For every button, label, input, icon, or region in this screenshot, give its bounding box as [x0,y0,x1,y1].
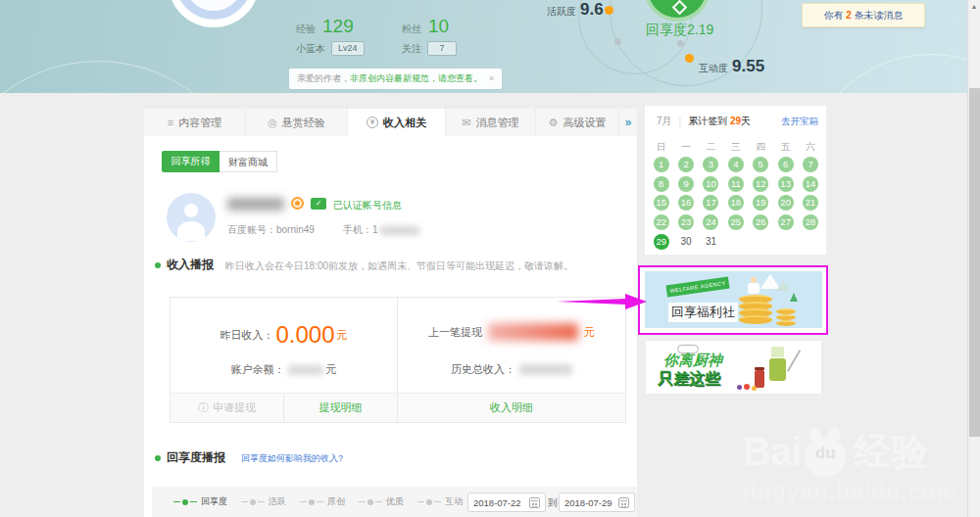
calendar-day[interactable]: 27 [778,214,794,230]
calendar-day[interactable]: 6 [778,157,794,172]
stat-fans: 粉丝 10 [402,16,449,37]
weekday-label: 六 [806,141,815,154]
calendar-day[interactable]: 1 [654,157,669,172]
tab-income[interactable]: ¥ 收入相关 [348,109,446,136]
balance-label: 账户余额： [231,362,285,377]
following-badge[interactable]: 7 [427,41,457,56]
calendar-day[interactable]: 26 [753,214,768,230]
legend-label: 回享度 [201,495,227,508]
weekday-label: 四 [757,141,766,154]
more-tabs-chevron-icon[interactable]: » [619,109,637,136]
calendar-day[interactable]: 8 [654,176,669,192]
legend-item-quality[interactable]: 优质 [359,495,404,508]
calendar-day[interactable]: 5 [753,157,768,172]
calendar-day[interactable]: 12 [753,176,768,192]
yen-icon: ¥ [367,117,378,128]
signin-suffix: 天 [741,116,751,126]
scrollbar-thumb[interactable] [969,88,980,437]
kitchen-banner[interactable]: 你离厨神 只差这些 [645,340,822,395]
legend-dash [241,501,248,502]
calendar-day[interactable]: 7 [803,157,818,172]
calendar-day[interactable]: 29 [654,234,669,250]
section-bullet [155,262,161,268]
last-withdraw-label: 上一笔提现 [428,325,482,340]
date-from-input[interactable]: 2018-07-22 [467,493,546,512]
calendar-day[interactable]: 14 [803,176,818,192]
tab-reward-experience[interactable]: ◎ 悬赏经验 [246,109,348,136]
legend-dash [417,501,424,502]
calendar-day[interactable]: 30 [678,234,694,250]
signin-calendar-card: 7月 | 累计签到 29天 去开宝箱 日一二三四五六 1234567891011… [645,106,826,255]
open-treasure-link[interactable]: 去开宝箱 [781,116,818,128]
income-detail-label: 收入明细 [490,400,533,415]
calendar-day[interactable]: 3 [703,157,718,172]
calendar-day[interactable]: 10 [703,176,718,192]
phone-blurred [380,226,419,235]
level-badge[interactable]: Lv24 [331,41,365,56]
calendar-day[interactable]: 24 [703,214,718,230]
date-to-input[interactable]: 2018-07-29 [559,493,635,512]
fruit-dot [752,386,757,391]
calendar-day[interactable]: 4 [728,157,744,172]
apply-withdraw-button[interactable]: ⓘ 申请提现 [171,394,283,422]
subtab-wealth-mall[interactable]: 财富商城 [220,151,277,172]
verified-account-label[interactable]: 已认证帐号信息 [333,199,402,212]
baidu-jingyan-watermark: Bai du 经验 jingyan.baidu.com [743,427,958,505]
gauge-value: 9.6 [580,0,604,20]
income-detail-button[interactable]: 收入明细 [398,394,625,422]
calendar-day[interactable]: 11 [728,176,744,192]
withdraw-detail-label: 提现明细 [319,400,363,415]
profile-avatar-large[interactable] [168,0,260,27]
calendar-day[interactable]: 2 [678,157,694,172]
unread-message-tooltip[interactable]: 你有 2 条未读消息 [802,3,925,27]
last-withdraw-row: 上一笔提现 元 [398,323,625,341]
legend-item-interact[interactable]: 互动 [417,495,463,508]
notice-link[interactable]: 非原创内容最新规范，请您查看。 [350,73,482,83]
stat-value: 129 [322,16,354,37]
top-banner: 经验 129 粉丝 10 小蓝本 Lv24 关注 7 亲爱的作者，非原创内容最新… [0,0,967,93]
blender-body [769,358,786,381]
withdraw-detail-button[interactable]: 提现明细 [284,394,397,422]
logo-brand-text: 经验 [854,427,928,477]
calendar-day[interactable]: 22 [654,214,669,230]
calendar-day[interactable]: 31 [703,234,718,250]
calendar-day[interactable]: 9 [678,176,694,192]
calendar-day[interactable]: 15 [654,195,669,211]
stat-following: 关注 7 [402,41,457,56]
calendar-day[interactable]: 18 [728,195,744,211]
tab-content-manage[interactable]: ≡ 内容管理 [144,109,246,136]
subtab-share-earnings[interactable]: 回享所得 [162,151,220,172]
calendar-icon[interactable] [529,497,540,508]
calendar-day[interactable]: 25 [728,214,744,230]
legend-dash [258,501,265,502]
tab-message-manage[interactable]: ✉ 消息管理 [446,109,536,136]
scrollbar[interactable]: ▲ [967,0,980,517]
calendar-day[interactable]: 21 [803,195,818,211]
calendar-day[interactable]: 23 [678,214,694,230]
weekday-label: 二 [707,141,716,154]
legend-item-share[interactable]: 回享度 [173,495,227,508]
calendar-weekdays: 日一二三四五六 [649,141,823,154]
legend-item-original[interactable]: 原创 [300,495,345,508]
last-withdraw-blurred [488,323,578,341]
legend-label: 活跃 [269,495,286,508]
calendar-day[interactable]: 16 [678,195,694,211]
tab-advanced-settings[interactable]: ⚙ 高级设置 [536,109,619,136]
kitchen-banner-line2: 只差这些 [658,369,720,390]
calendar-day[interactable]: 28 [803,214,818,230]
legend-item-active[interactable]: 活跃 [241,495,286,508]
calendar-icon[interactable] [618,497,629,508]
calendar-day[interactable]: 17 [703,195,718,211]
calendar-day[interactable]: 13 [778,176,794,192]
welfare-banner[interactable]: WELFARE AGENCY 回享福利社 [645,271,822,328]
message-prefix: 你有 [823,10,846,21]
gauge-value: 9.55 [732,57,764,76]
calendar-day[interactable]: 19 [753,195,768,211]
balance-blurred [288,365,323,375]
user-avatar[interactable] [167,193,216,242]
magenta-arrow [557,290,647,313]
calendar-day[interactable]: 20 [778,195,794,211]
scroll-up-icon[interactable]: ▲ [968,0,980,14]
share-help-link[interactable]: 回享度如何影响我的收入? [241,452,343,465]
close-icon[interactable]: × [489,73,494,83]
